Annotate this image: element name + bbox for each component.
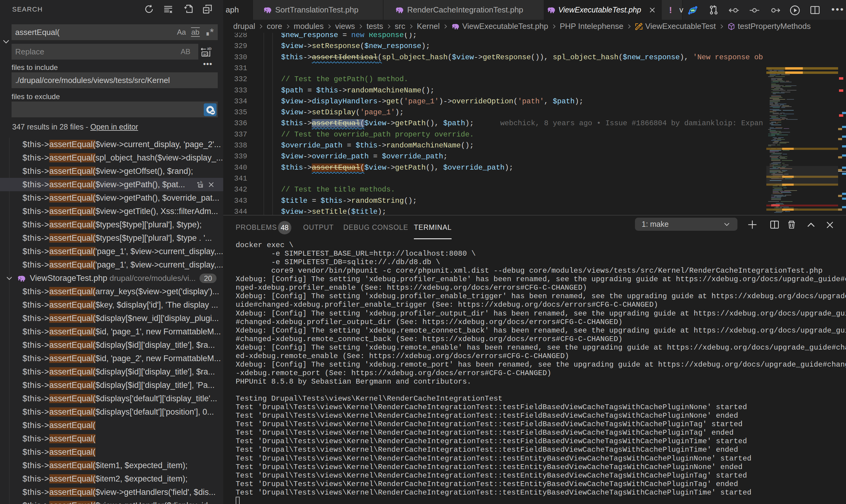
- svg-text:diff: diff: [691, 9, 695, 12]
- svg-text:ab: ab: [207, 47, 212, 51]
- svg-text:c: c: [199, 184, 200, 187]
- svg-text:ac: ac: [203, 52, 207, 56]
- svg-text:b: b: [200, 181, 202, 184]
